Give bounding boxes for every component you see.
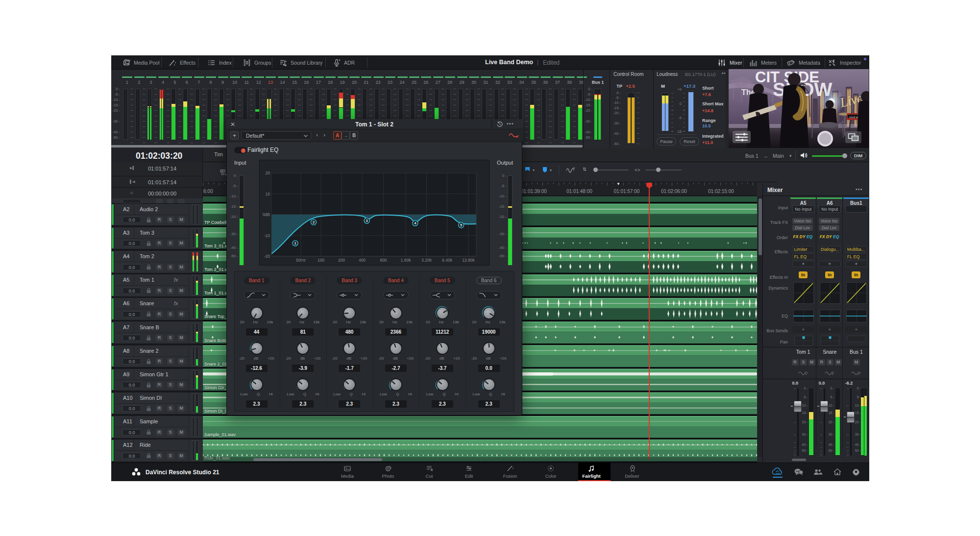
- svg-text:3: 3: [366, 219, 368, 223]
- svg-text:800: 800: [380, 258, 387, 263]
- svg-text:400: 400: [359, 258, 366, 263]
- svg-text:200: 200: [338, 258, 345, 263]
- svg-text:1: 1: [294, 241, 296, 245]
- svg-text:100: 100: [318, 258, 324, 263]
- svg-text:50Hz: 50Hz: [296, 258, 306, 263]
- svg-text:2: 2: [313, 220, 315, 224]
- svg-text:1.60k: 1.60k: [401, 258, 412, 263]
- svg-text:3.20k: 3.20k: [421, 258, 432, 263]
- svg-text:6.40k: 6.40k: [442, 258, 453, 263]
- svg-text:5: 5: [460, 223, 462, 227]
- svg-text:12.80k: 12.80k: [462, 258, 475, 263]
